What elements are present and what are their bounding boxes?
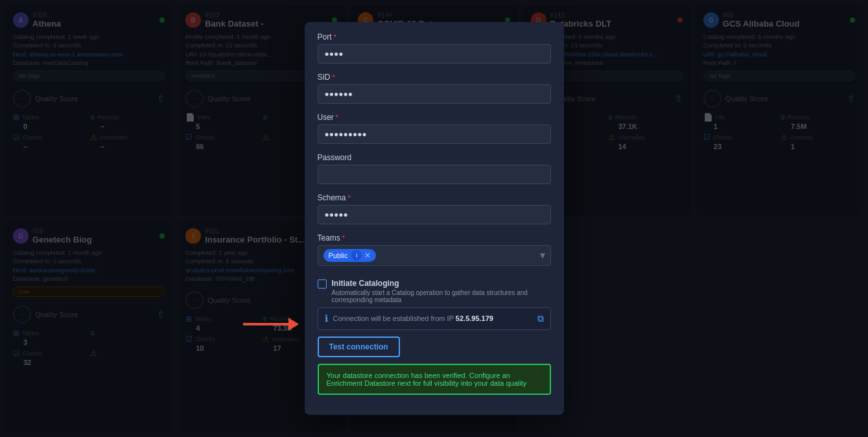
initiate-cataloging-content: Initiate Cataloging Automatically start … (332, 279, 551, 303)
form-group-teams: Teams * Public i ✕ ▾ (318, 233, 551, 266)
form-group-password: Password (318, 153, 551, 184)
sid-label: SID * (318, 73, 551, 82)
schema-input[interactable] (318, 205, 551, 224)
user-input[interactable] (318, 124, 551, 144)
form-group-schema: Schema * (318, 193, 551, 224)
test-connection-button[interactable]: Test connection (318, 337, 400, 357)
schema-required: * (348, 194, 351, 202)
teams-dropdown-arrow[interactable]: ▾ (540, 249, 545, 261)
initiate-cataloging-desc: Automatically start a Catalog operation … (332, 289, 551, 303)
port-required: * (334, 33, 336, 41)
arrow-shaft (243, 323, 288, 325)
teams-required: * (342, 234, 345, 242)
port-input[interactable] (318, 44, 551, 64)
arrow-head (288, 318, 299, 331)
arrow-pointer (243, 318, 299, 331)
sid-required: * (333, 73, 335, 81)
ip-info-row: ℹ Connection will be established from IP… (318, 307, 551, 330)
initiate-cataloging-checkbox[interactable] (318, 279, 327, 289)
ip-text: Connection will be established from IP 5… (333, 314, 532, 322)
form-group-port: Port * (318, 32, 551, 64)
schema-label: Schema * (318, 193, 551, 202)
modal-dialog: Port * SID * User * (305, 22, 564, 416)
user-label: User * (318, 113, 551, 122)
success-message: Your datastore connection has been verif… (318, 364, 551, 395)
modal-footer: Finish Next (305, 412, 564, 416)
form-group-user: User * (318, 113, 551, 144)
teams-select[interactable]: Public i ✕ ▾ (318, 245, 551, 266)
teams-label: Teams * (318, 233, 551, 242)
team-tag-close[interactable]: ✕ (364, 251, 371, 260)
password-label: Password (318, 153, 551, 162)
sid-input[interactable] (318, 84, 551, 104)
modal-body: Port * SID * User * (305, 22, 564, 412)
modal-overlay: Port * SID * User * (0, 0, 868, 437)
password-input[interactable] (318, 165, 551, 184)
port-label: Port * (318, 32, 551, 41)
user-required: * (336, 113, 338, 121)
team-tag-public: Public i ✕ (323, 249, 377, 262)
copy-icon[interactable]: ⧉ (537, 313, 544, 324)
form-group-sid: SID * (318, 73, 551, 104)
info-icon: ℹ (325, 313, 328, 324)
initiate-cataloging-label: Initiate Cataloging (332, 279, 551, 288)
initiate-cataloging-row[interactable]: Initiate Cataloging Automatically start … (318, 275, 551, 307)
ip-value: 52.5.95.179 (456, 314, 493, 322)
